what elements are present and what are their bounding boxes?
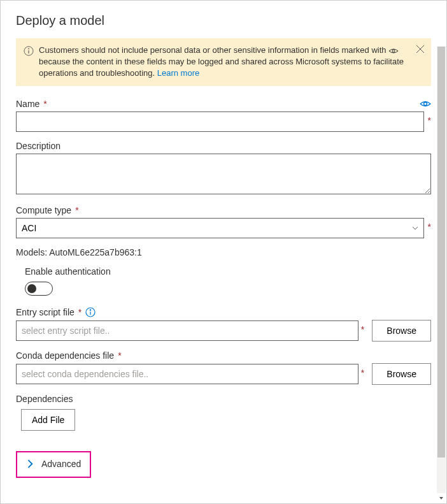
scrollbar-track[interactable] xyxy=(437,47,446,493)
svg-point-9 xyxy=(90,309,91,310)
advanced-section-highlight: Advanced xyxy=(16,451,91,478)
required-asterisk: * xyxy=(428,222,431,232)
svg-point-6 xyxy=(424,102,427,105)
conda-browse-button[interactable]: Browse xyxy=(372,363,431,385)
chevron-right-icon xyxy=(26,459,35,468)
auth-group: Enable authentication xyxy=(16,266,431,296)
models-text: Models: AutoML6e225a7b963:1 xyxy=(16,247,431,257)
required-asterisk: * xyxy=(78,307,82,317)
info-circle-icon[interactable] xyxy=(85,307,96,317)
scrollbar-thumb[interactable] xyxy=(437,47,445,457)
description-label: Description xyxy=(16,141,60,151)
scroll-content: Customers should not include personal da… xyxy=(16,38,431,478)
description-field-group: Description xyxy=(16,141,431,196)
entry-script-field-group: Entry script file * * Brows xyxy=(16,307,431,342)
dependencies-label: Dependencies xyxy=(16,394,73,404)
toggle-knob xyxy=(27,284,36,293)
svg-point-2 xyxy=(28,48,29,49)
entry-script-input[interactable] xyxy=(16,320,358,341)
advanced-label: Advanced xyxy=(41,459,81,469)
compute-type-value[interactable] xyxy=(16,218,424,238)
conda-field-group: Conda dependencies file * * Browse xyxy=(16,350,431,385)
dependencies-field-group: Dependencies Add File xyxy=(16,394,431,431)
required-asterisk: * xyxy=(75,205,78,215)
auth-label: Enable authentication xyxy=(25,266,431,277)
name-label: Name * xyxy=(16,99,47,109)
info-text-part2: because the content in these fields may … xyxy=(39,57,404,78)
entry-script-browse-button[interactable]: Browse xyxy=(372,320,431,342)
scrollbar-down-arrow[interactable] xyxy=(437,494,446,503)
add-file-button[interactable]: Add File xyxy=(21,409,75,431)
required-asterisk: * xyxy=(118,350,121,361)
info-text-part1: Customers should not include personal da… xyxy=(39,45,388,55)
entry-script-label: Entry script file * xyxy=(16,307,96,317)
info-banner: Customers should not include personal da… xyxy=(16,38,431,86)
name-field-group: Name * * xyxy=(16,99,431,132)
required-asterisk: * xyxy=(361,368,364,378)
required-asterisk: * xyxy=(43,99,46,109)
panel-title: Deploy a model xyxy=(16,13,431,28)
conda-input[interactable] xyxy=(16,364,358,384)
required-asterisk: * xyxy=(361,324,364,335)
compute-type-label: Compute type * xyxy=(16,205,79,215)
required-asterisk: * xyxy=(428,115,431,126)
info-icon xyxy=(24,46,34,56)
name-input[interactable] xyxy=(16,112,424,132)
compute-type-select[interactable] xyxy=(16,218,424,238)
info-text: Customers should not include personal da… xyxy=(39,45,408,80)
conda-label: Conda dependencies file * xyxy=(16,350,122,361)
svg-point-3 xyxy=(392,50,395,52)
auth-toggle[interactable] xyxy=(25,282,53,296)
advanced-toggle[interactable]: Advanced xyxy=(26,459,81,469)
deploy-model-panel: Deploy a model Customers should not incl… xyxy=(1,1,446,503)
description-input[interactable] xyxy=(16,154,431,194)
learn-more-link[interactable]: Learn more xyxy=(157,68,199,78)
close-icon[interactable] xyxy=(416,45,425,54)
eye-indicator-icon xyxy=(420,99,431,108)
eye-inline-icon xyxy=(388,47,399,55)
compute-type-field-group: Compute type * * xyxy=(16,205,431,238)
svg-marker-10 xyxy=(439,497,443,500)
